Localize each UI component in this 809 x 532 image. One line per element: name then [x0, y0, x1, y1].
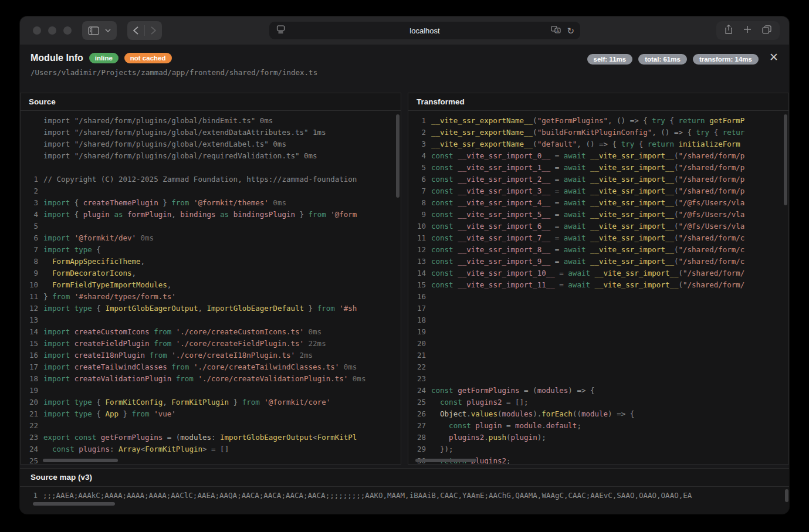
code-line: 4const __vite_ssr_import_0__ = await __v… — [408, 150, 788, 162]
line-number: 9 — [21, 267, 43, 279]
token — [585, 174, 590, 185]
sourcemap-horizontal-scrollbar[interactable] — [33, 502, 115, 506]
code-line: 1;;;AAEA;AAAkC;AAAA;AAAA;AAAA;AAClC;AAEA… — [20, 490, 789, 501]
token: ( — [674, 256, 679, 267]
token: = — [550, 221, 564, 232]
token: await — [564, 162, 586, 174]
code-line: 22 — [408, 361, 788, 373]
token: const — [431, 232, 453, 244]
token: { — [92, 397, 106, 408]
line-number: 1 — [21, 174, 43, 185]
token — [171, 373, 176, 385]
new-tab-icon[interactable] — [743, 25, 752, 36]
token: 0ms — [269, 197, 286, 209]
token: module — [515, 420, 541, 432]
token — [453, 162, 458, 174]
token: = — [550, 174, 564, 185]
sourcemap-code[interactable]: 1;;;AAEA;AAAkC;AAAA;AAAA;AAAA;AAClC;AAEA… — [20, 487, 789, 501]
line-number: 14 — [408, 267, 431, 279]
transformed-horizontal-scrollbar[interactable] — [415, 459, 476, 462]
token: FormDecoratorIcons — [52, 267, 131, 279]
token: "/shared/form/c — [679, 256, 745, 267]
token — [431, 408, 440, 420]
line-number — [21, 115, 43, 127]
back-button[interactable] — [133, 26, 138, 35]
token: . — [466, 408, 471, 420]
code-line: 11const __vite_ssr_import_7__ = await __… — [408, 232, 788, 244]
token: import — [43, 244, 70, 256]
line-number: 23 — [408, 373, 431, 385]
sourcemap-title: Source map (v3) — [20, 469, 789, 486]
translate-icon[interactable]: A — [551, 25, 561, 36]
minimize-window-button[interactable] — [48, 26, 56, 35]
url-text[interactable]: localhost — [269, 26, 580, 35]
source-code[interactable]: import "/shared/form/plugins/global/bind… — [21, 111, 401, 464]
transformed-code[interactable]: 1__vite_ssr_exportName__("getFormPlugins… — [408, 111, 788, 464]
reload-icon[interactable]: ↻ — [567, 26, 574, 35]
line-number: 6 — [21, 232, 43, 244]
token — [585, 244, 590, 256]
code-line: 17 — [408, 303, 788, 314]
close-icon[interactable]: ✕ — [769, 52, 778, 63]
source-horizontal-scrollbar[interactable] — [43, 459, 118, 462]
close-window-button[interactable] — [33, 26, 41, 35]
token: FormKitPlugin — [145, 443, 202, 455]
code-line: 20import type { FormKitConfig, FormKitPl… — [21, 397, 401, 408]
line-number: 21 — [408, 350, 431, 361]
line-number: 4 — [21, 209, 43, 221]
transformed-pane: Transformed 1__vite_ssr_exportName__("ge… — [408, 93, 789, 465]
token: ( — [674, 232, 679, 244]
token: "/shared/form/c — [679, 232, 745, 244]
sidebar-toggle-group[interactable] — [82, 21, 117, 40]
token: ( — [533, 115, 537, 127]
token: __vite_ssr_import__ — [590, 185, 674, 197]
token: = — [550, 162, 564, 174]
token — [585, 162, 590, 174]
token: type — [70, 408, 92, 420]
code-line: 23export const getFormPlugins = (modules… — [21, 432, 401, 443]
token: ( — [497, 408, 502, 420]
token: from — [176, 373, 194, 385]
token: "/shared/form/ — [683, 267, 744, 279]
token: const — [431, 244, 453, 256]
address-bar[interactable]: localhost A ↻ — [269, 22, 580, 39]
token: from — [132, 408, 150, 420]
line-number: 8 — [21, 256, 43, 267]
sourcemap-vertical-scrollbar[interactable] — [785, 489, 788, 502]
window-controls[interactable] — [33, 26, 72, 35]
token — [453, 150, 458, 162]
token: await — [564, 150, 586, 162]
zoom-window-button[interactable] — [63, 26, 72, 35]
code-line: 28 plugins2.push(plugin); — [408, 432, 788, 443]
token: FormKitPlugin — [171, 397, 229, 408]
code-line: 13const __vite_ssr_import_9__ = await __… — [408, 256, 788, 267]
token: , () => { — [608, 115, 652, 127]
code-line: 12const __vite_ssr_import_8__ = await __… — [408, 244, 788, 256]
token — [150, 326, 154, 338]
token: __vite_ssr_import_4__ — [458, 197, 550, 209]
source-vertical-scrollbar[interactable] — [396, 114, 400, 198]
token: ; — [506, 455, 511, 464]
timing-badges: self: 11ms total: 61ms transform: 14ms — [587, 54, 759, 65]
code-line: 23 — [408, 373, 788, 385]
nav-buttons — [127, 21, 162, 40]
forward-button[interactable] — [151, 26, 156, 35]
transformed-vertical-scrollbar[interactable] — [784, 114, 787, 205]
token: // Copyright (C) 2012-2025 Zammad Founda… — [43, 174, 357, 185]
toolbar-actions — [716, 21, 780, 40]
token — [326, 209, 331, 221]
line-number: 22 — [21, 420, 43, 432]
share-icon[interactable] — [725, 25, 733, 36]
code-line: 12import type { ImportGlobEagerOutput, I… — [21, 303, 401, 314]
chevron-down-icon[interactable] — [105, 29, 111, 32]
sidebar-icon[interactable] — [88, 26, 99, 35]
token: , — [167, 279, 172, 291]
reader-icon[interactable] — [276, 25, 285, 36]
code-line: 17import createTailwindClasses from './c… — [21, 361, 401, 373]
token: __vite_ssr_import_1__ — [458, 162, 550, 174]
line-number: 13 — [21, 314, 43, 326]
line-number: 18 — [21, 373, 43, 385]
token: import "/shared/form/plugins/global/exte… — [43, 127, 326, 138]
tab-overview-icon[interactable] — [762, 25, 771, 36]
code-line: import "/shared/form/plugins/global/exte… — [21, 138, 401, 150]
